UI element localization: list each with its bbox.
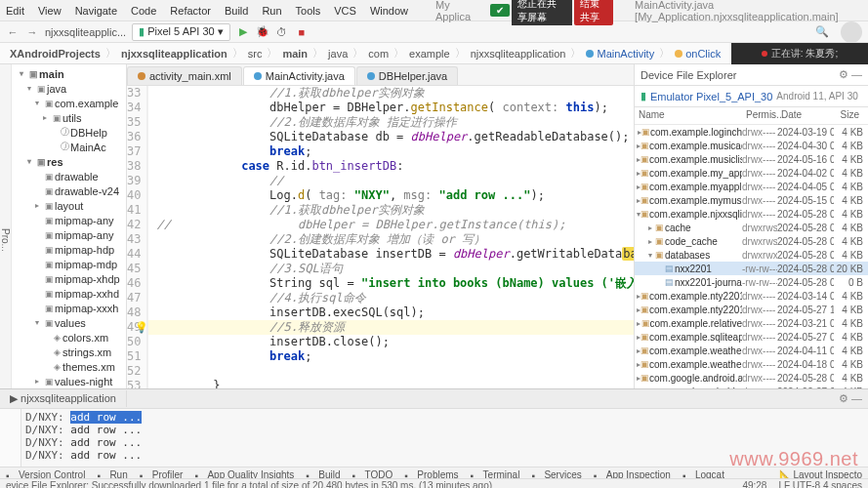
code-line[interactable]: //4.执行sql命令 [148,291,634,305]
tree-row[interactable]: ▾▣res [12,154,127,169]
menu-item[interactable]: View [38,5,62,17]
device-file-row[interactable]: ▾▣com.example.njxxsqlidrwx----2024-05-28… [635,207,868,221]
breadcrumb-item[interactable]: src [244,48,267,60]
breadcrumb-method[interactable]: onClick [671,48,724,60]
run-button-icon[interactable]: ▶ [236,25,250,39]
code-line[interactable]: dbHelper = DBHelper.getInstance( context… [148,101,634,115]
code-line[interactable]: break; [148,144,634,159]
code-line[interactable]: Log.d( tag: "NXY", msg: "add row ..."); [148,188,634,203]
logcat-output[interactable]: D/NXY: add row ...D/NXY: add row ...D/NX… [21,409,868,467]
breadcrumb-item[interactable]: XAndroidProjects [6,48,104,60]
code-line[interactable]: break; [148,349,634,364]
log-line[interactable]: D/NXY: add row ... [25,411,864,424]
code-text-area[interactable]: 3 ✖ 2 ^ //1.获取dbhelper实例对象 dbHelper = DB… [148,86,634,410]
device-selector-row[interactable]: ▮ Emulator Pixel_5_API_30 Android 11, AP… [635,86,868,107]
code-line[interactable]: //3.SQL语句 [148,262,634,276]
tree-row[interactable]: ▸▣utils [12,110,127,125]
menu-item[interactable]: VCS [334,5,356,17]
tree-row[interactable]: ▣drawable-v24 [12,183,127,198]
log-line[interactable]: D/NXY: add row ... [25,424,864,436]
code-line[interactable]: insertDB.execSQL(sql); [148,305,634,320]
run-rail-icons[interactable] [0,409,21,467]
code-line[interactable]: 💡 //5.释放资源 [148,320,634,335]
intention-bulb-icon[interactable]: 💡 [135,320,148,335]
code-line[interactable]: String sql = "insert into books (bName) … [148,276,634,291]
menu-item[interactable]: Refactor [170,5,211,17]
tree-row[interactable]: ▾▣values [12,315,127,330]
search-icon[interactable]: 🔍 [815,25,829,39]
device-file-row[interactable]: ▾▣databasesdrwxrwx-2024-05-28 01:4 KB [635,248,868,262]
profiler-icon[interactable]: ⏱ [275,25,289,39]
caret-position[interactable]: 49:28 [742,480,766,488]
tree-row[interactable]: ⒿMainAc [12,140,127,154]
tree-row[interactable]: ▸▣values-night [12,374,127,388]
breadcrumb-item[interactable]: main [278,48,311,60]
editor-tab[interactable]: DBHelper.java [356,66,458,85]
device-file-row[interactable]: ▸▣cachedrwxrws-2024-05-28 01:4 KB [635,221,868,234]
device-file-row[interactable]: ▸▣com.example.loginchdrwx----2024-03-19 … [635,125,868,139]
log-line[interactable]: D/NXY: add row ... [25,436,864,449]
stop-icon[interactable]: ■ [295,25,309,39]
menu-item[interactable]: Code [131,5,156,17]
debug-icon[interactable]: 🐞 [256,25,269,39]
run-settings-icon[interactable]: ⚙ — [833,392,868,405]
tree-row[interactable]: ▣mipmap-xxxh [12,301,127,315]
tree-row[interactable]: ⒿDBHelp [12,125,127,140]
tree-row[interactable]: ▣mipmap-any [12,227,127,242]
tree-row[interactable]: ▣mipmap-xxhd [12,286,127,301]
device-file-row[interactable]: ▸▣com.example.musicagdrwx----2024-04-30 … [635,139,868,152]
project-tree[interactable]: ▾▣main▾▣java▾▣com.example▸▣utilsⒿDBHelpⒿ… [12,64,127,410]
breadcrumb-item[interactable]: njxxsqliteapplication [117,48,231,60]
device-file-row[interactable]: ▤nxx2201-journa-rw-rw---2024-05-28 02:0 … [635,275,868,289]
tree-row[interactable]: ▾▣com.example [12,96,127,110]
log-line[interactable]: D/NXY: add row ... [25,449,864,462]
code-editor[interactable]: 3334353637383940414243444546474849505152… [127,86,634,410]
tree-row[interactable]: ◈colors.xm [12,330,127,345]
tree-row[interactable]: ◈strings.xm [12,345,127,359]
editor-tab[interactable]: MainActivity.java [243,66,355,85]
gear-icon[interactable]: ⚙ — [839,68,862,81]
device-file-row[interactable]: ▸▣com.example.relativedrwx----2024-03-21… [635,316,868,330]
device-file-row[interactable]: ▸▣com.example.sqliteapdrwx----2024-05-27… [635,330,868,344]
device-file-row[interactable]: ▸▣com.example.mymusidrwx----2024-05-15 0… [635,193,868,207]
device-file-row[interactable]: ▸▣code_cachedrwxrws-2024-05-28 02:4 KB [635,234,868,248]
code-line[interactable]: //1.获取dbhelper实例对象 [148,86,634,101]
code-line[interactable]: //2.创建数据库对象 指定进行操作 [148,115,634,130]
device-file-row[interactable]: ▸▣com.example.musiclisdrwx----2024-05-16… [635,152,868,166]
code-line[interactable]: //1.获取dbhelper实例对象 [148,203,634,218]
menu-item[interactable]: Build [225,5,248,17]
run-config-tab[interactable]: ▶ njxxsqliteapplication [0,390,127,407]
menu-item[interactable]: Navigate [75,5,117,17]
tree-row[interactable]: ▣mipmap-hdp [12,242,127,257]
code-line[interactable]: // dbHelper = DBHelper.getInstance(this)… [148,218,634,232]
breadcrumb-item[interactable]: njxxsqliteapplication [467,48,570,60]
project-tab-label[interactable]: Pro... [0,64,12,410]
breadcrumb-item[interactable]: example [405,48,454,60]
device-file-row[interactable]: ▸▣com.example.weatherdrwx----2024-04-18 … [635,357,868,371]
device-file-row[interactable]: ▸▣com.example.nty2201drwx----2024-05-27 … [635,303,868,316]
tree-row[interactable]: ▾▣java [12,81,127,96]
module-dropdown[interactable]: njxxsqliteapplic... [45,26,126,38]
menu-item[interactable]: Window [370,5,408,17]
menu-item[interactable]: Run [262,5,281,17]
tree-row[interactable]: ▾▣main [12,66,127,81]
editor-tab[interactable]: activity_main.xml [127,66,242,85]
tree-row[interactable]: ▸▣layout [12,198,127,213]
device-file-row[interactable]: ▸▣com.example.nty2201drwx----2024-03-14 … [635,289,868,303]
device-file-row[interactable]: ▸▣com.google.android.adrwx----2024-05-28… [635,371,868,385]
device-file-row[interactable]: ▸▣com.example.weatherdrwx----2024-04-11 … [635,344,868,357]
code-line[interactable]: // [148,174,634,188]
tree-row[interactable]: ▣mipmap-xhdp [12,271,127,286]
breadcrumb-item[interactable]: com [364,48,393,60]
device-selector[interactable]: ▮ Pixel 5 API 30 ▾ [132,23,230,41]
end-share-button[interactable]: 结束共享 [574,0,613,25]
code-line[interactable]: SQLiteDatabase insertDB = dbHelper.getWr… [148,247,634,262]
tree-row[interactable]: ▣drawable [12,169,127,183]
code-line[interactable]: insertDB.close(); [148,335,634,349]
code-line[interactable]: SQLiteDatabase db = dbHelper.getReadable… [148,130,634,144]
tree-row[interactable]: ◈themes.xm [12,359,127,374]
tree-row[interactable]: ▣mipmap-mdp [12,257,127,271]
breadcrumb-class[interactable]: MainActivity [582,48,658,60]
code-line[interactable]: case R.id.btn_insertDB: [148,159,634,174]
device-file-row[interactable]: ▸▣com.example.my_appdrwx----2024-04-02 0… [635,166,868,180]
